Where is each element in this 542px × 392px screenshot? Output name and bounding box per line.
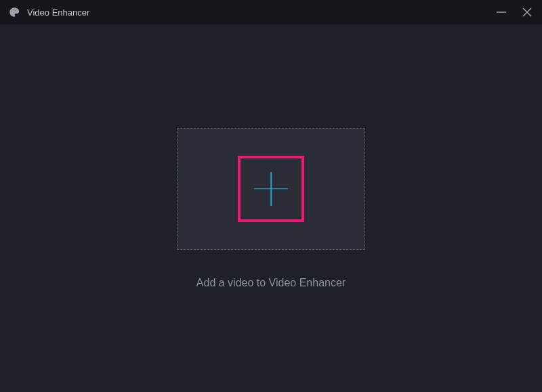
svg-point-2 <box>16 9 17 11</box>
window-controls <box>495 5 534 19</box>
main-content: Add a video to Video Enhancer <box>0 24 542 392</box>
plus-icon <box>254 172 288 206</box>
titlebar: Video Enhancer <box>0 0 542 24</box>
svg-point-1 <box>13 9 14 11</box>
minimize-button[interactable] <box>495 5 508 19</box>
palette-icon <box>8 6 20 18</box>
drop-zone-label: Add a video to Video Enhancer <box>196 277 346 289</box>
svg-point-0 <box>12 11 13 12</box>
close-icon <box>522 7 533 18</box>
app-title: Video Enhancer <box>27 7 495 18</box>
add-video-button[interactable] <box>238 156 304 222</box>
video-drop-zone[interactable] <box>177 128 365 250</box>
minimize-icon <box>496 7 507 18</box>
close-button[interactable] <box>520 5 534 19</box>
